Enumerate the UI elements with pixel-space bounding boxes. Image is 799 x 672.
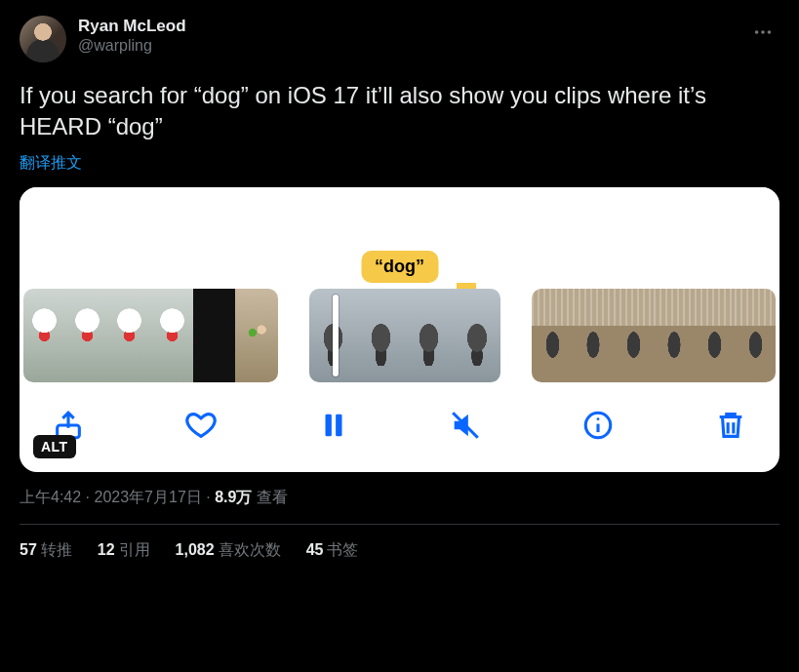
media-top-area: “dog” — [20, 187, 779, 289]
mute-button[interactable] — [444, 404, 487, 447]
more-button[interactable] — [746, 16, 779, 49]
heart-icon — [184, 409, 218, 442]
author-block[interactable]: Ryan McLeod @warpling — [78, 16, 186, 56]
svg-point-1 — [761, 30, 765, 34]
playhead[interactable] — [333, 295, 339, 376]
clip-frame — [614, 289, 655, 382]
display-name: Ryan McLeod — [78, 16, 186, 36]
clip-frame — [532, 289, 573, 382]
translate-link[interactable]: 翻译推文 — [20, 153, 82, 174]
delete-button[interactable] — [709, 404, 752, 447]
clip-group-3[interactable] — [532, 289, 776, 382]
svg-point-2 — [768, 30, 772, 34]
clip-group-1[interactable] — [23, 289, 278, 382]
retweets-stat[interactable]: 57转推 — [20, 540, 72, 561]
clip-frame — [108, 289, 150, 382]
tweet-text: If you search for “dog” on iOS 17 it’ll … — [20, 80, 779, 143]
clip-group-2[interactable] — [309, 289, 501, 382]
clip-frame — [735, 289, 776, 382]
video-timeline[interactable] — [20, 289, 779, 382]
bookmarks-stat[interactable]: 45书签 — [306, 540, 359, 561]
clip-frame — [695, 289, 736, 382]
svg-rect-5 — [336, 414, 341, 436]
pause-icon — [317, 409, 350, 442]
svg-point-9 — [597, 417, 600, 420]
clip-frame — [405, 289, 453, 382]
clip-frame — [453, 289, 500, 382]
meta-date[interactable]: 2023年7月17日 — [94, 489, 201, 505]
handle: @warpling — [78, 36, 186, 56]
views-label: 查看 — [252, 489, 287, 505]
svg-point-0 — [755, 30, 759, 34]
info-icon — [581, 409, 615, 442]
clip-frame — [65, 289, 107, 382]
tweet-meta: 上午4:42 · 2023年7月17日 · 8.9万 查看 — [20, 488, 779, 508]
like-button[interactable] — [180, 404, 222, 447]
clip-frame — [150, 289, 192, 382]
clip-frame — [23, 289, 65, 382]
clip-frame — [357, 289, 405, 382]
ellipsis-icon — [752, 21, 774, 43]
search-term-chip: “dog” — [361, 251, 438, 283]
chip-tick — [457, 283, 476, 289]
tweet-header: Ryan McLeod @warpling — [20, 16, 779, 62]
tweet-stats: 57转推 12引用 1,082喜欢次数 45书签 — [20, 540, 779, 561]
quotes-stat[interactable]: 12引用 — [98, 540, 150, 561]
meta-time[interactable]: 上午4:42 — [20, 489, 81, 505]
clip-frame — [193, 289, 235, 382]
svg-rect-4 — [325, 414, 331, 436]
speaker-muted-icon — [449, 409, 482, 442]
clip-frame — [573, 289, 614, 382]
divider — [20, 524, 779, 525]
clip-frame — [654, 289, 695, 382]
likes-stat[interactable]: 1,082喜欢次数 — [176, 540, 281, 561]
avatar[interactable] — [20, 16, 66, 62]
trash-icon — [714, 409, 747, 442]
media-card[interactable]: “dog” — [20, 187, 779, 472]
info-button[interactable] — [577, 404, 619, 447]
pause-button[interactable] — [312, 404, 355, 447]
media-toolbar — [20, 382, 779, 472]
tweet-container: Ryan McLeod @warpling If you search for … — [0, 0, 799, 576]
clip-frame — [235, 289, 277, 382]
alt-badge[interactable]: ALT — [33, 435, 76, 458]
views-count: 8.9万 — [215, 489, 252, 505]
